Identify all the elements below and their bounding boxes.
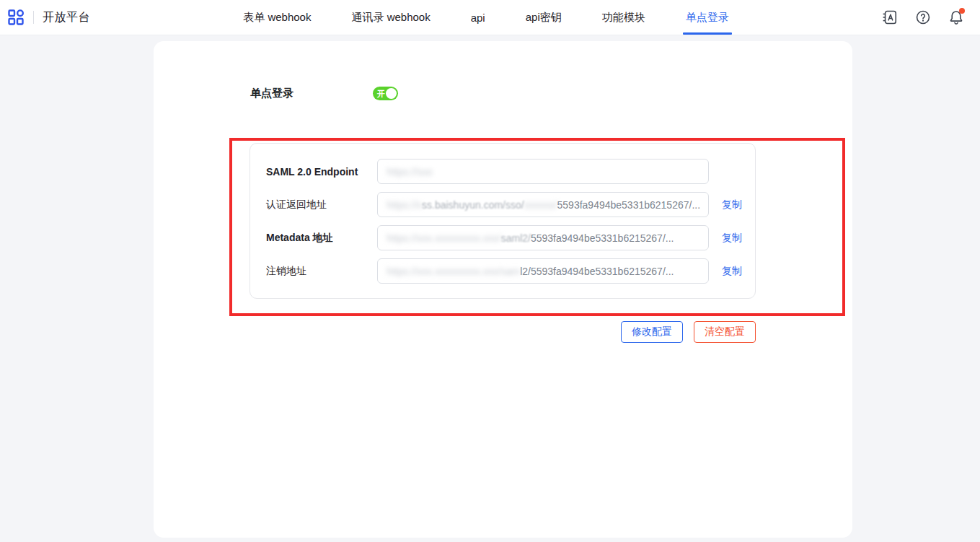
- tab-label: 功能模块: [602, 11, 645, 25]
- field-value-segment: https://x: [387, 199, 422, 211]
- field-row-1: 认证返回地址https://xss.baishuyun.com/sso/xxxx…: [250, 192, 755, 217]
- sso-toggle-label: 单点登录: [250, 87, 293, 100]
- field-label: 认证返回地址: [266, 198, 327, 211]
- tab-1[interactable]: 通讯录 webhook: [331, 0, 450, 35]
- sso-config-panel: SAML 2.0 Endpointhttps://sso认证返回地址https:…: [250, 143, 756, 299]
- sso-toggle-switch[interactable]: 开: [373, 87, 398, 100]
- tab-2[interactable]: api: [451, 0, 506, 35]
- clear-config-button[interactable]: 清空配置: [694, 321, 756, 343]
- field-value-segment: 5593fa9494be5331b6215267/...: [557, 199, 701, 211]
- tab-4[interactable]: 功能模块: [582, 0, 666, 35]
- field-row-2: Metadata 地址https://xxx.xxxxxxxxx.xxx/sam…: [250, 225, 755, 250]
- header-icons: [882, 9, 980, 25]
- field-label: SAML 2.0 Endpoint: [266, 166, 358, 178]
- field-input[interactable]: https://xxx.xxxxxxxxx.xxx/saml2/5593fa94…: [377, 225, 709, 250]
- field-row-0: SAML 2.0 Endpointhttps://sso: [250, 159, 755, 184]
- field-value-segment: 5593fa9494be5331b6215267/...: [531, 232, 674, 244]
- copy-link[interactable]: 复制: [722, 198, 742, 211]
- toggle-on-text: 开: [377, 89, 385, 97]
- field-value-segment: xxxxxx/: [524, 199, 557, 211]
- copy-link[interactable]: 复制: [722, 232, 742, 245]
- brand: 开放平台: [0, 9, 90, 26]
- active-tab-underline: [683, 32, 732, 35]
- modify-config-button[interactable]: 修改配置: [621, 321, 683, 343]
- nav: 表单 webhook通讯录 webhookapiapi密钥功能模块单点登录: [90, 0, 882, 35]
- field-value-segment: ss.baishuyun.com/sso/: [422, 199, 524, 211]
- field-input[interactable]: https://xss.baishuyun.com/sso/xxxxxx/559…: [377, 192, 709, 217]
- brand-divider: [33, 11, 34, 24]
- field-input[interactable]: https://xxx.xxxxxxxxx.xxx/saml2/5593fa94…: [377, 258, 709, 284]
- nav-tabs: 表单 webhook通讯录 webhookapiapi密钥功能模块单点登录: [223, 0, 749, 35]
- field-value-segment: https://sso: [387, 166, 433, 178]
- tab-0[interactable]: 表单 webhook: [223, 0, 331, 35]
- tab-label: api密钥: [526, 11, 562, 25]
- tab-label: 单点登录: [686, 11, 729, 25]
- toggle-knob: [386, 88, 397, 99]
- notification-bell-icon[interactable]: [948, 9, 964, 25]
- page-title: 开放平台: [43, 10, 90, 25]
- config-actions: 修改配置 清空配置: [621, 321, 756, 343]
- tab-label: 表单 webhook: [243, 11, 311, 25]
- field-row-3: 注销地址https://xxx.xxxxxxxxx.xxx/saml2/5593…: [250, 258, 755, 284]
- top-header: 开放平台 表单 webhook通讯录 webhookapiapi密钥功能模块单点…: [0, 0, 980, 35]
- tab-5[interactable]: 单点登录: [666, 0, 749, 35]
- sso-toggle-row: 单点登录 开: [250, 87, 398, 100]
- copy-link[interactable]: 复制: [722, 265, 742, 278]
- translate-icon[interactable]: [882, 9, 898, 25]
- annotation-red-rectangle: SAML 2.0 Endpointhttps://sso认证返回地址https:…: [229, 138, 845, 316]
- tab-label: 通讯录 webhook: [351, 11, 430, 25]
- field-value-segment: https://xxx.xxxxxxxxx.xxx/: [387, 232, 501, 244]
- tab-label: api: [471, 12, 485, 24]
- sso-settings-panel: 单点登录 开 单点登录配置内容 SAML 2.0 Endpointhttps:/…: [154, 41, 852, 538]
- help-icon[interactable]: [915, 9, 931, 25]
- field-value-segment: l2/5593fa9494be5331b6215267/...: [520, 266, 674, 277]
- notification-badge: [959, 8, 965, 14]
- field-value-segment: saml2/: [501, 232, 531, 244]
- field-input[interactable]: https://sso: [377, 159, 709, 184]
- tab-3[interactable]: api密钥: [506, 0, 582, 35]
- app-grid-logo-icon[interactable]: [7, 9, 25, 26]
- field-label: 注销地址: [266, 265, 306, 278]
- field-value-segment: https://xxx.xxxxxxxxx.xxx/sam: [387, 266, 520, 277]
- field-label: Metadata 地址: [266, 232, 333, 245]
